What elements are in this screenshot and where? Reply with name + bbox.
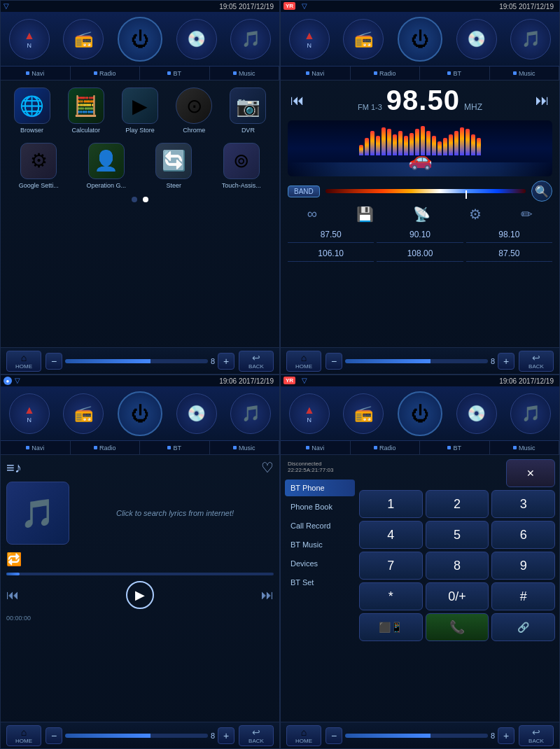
favorite-icon[interactable]: ♡ [261,459,274,476]
progress-bar[interactable] [6,573,274,575]
home-button-tl[interactable]: ⌂ HOME [6,351,41,372]
app-browser[interactable]: 🌐 Browser [8,88,56,134]
radio-btn-tr[interactable]: 📻 [343,19,384,59]
key-6[interactable]: 6 [491,521,555,549]
preset-2[interactable]: 90.10 [377,227,463,243]
music-btn-br[interactable]: 💿 [456,393,497,434]
bt-menu-phone[interactable]: BT Phone [285,479,355,496]
key-4[interactable]: 4 [359,521,423,549]
preset-3[interactable]: 98.10 [466,227,552,243]
power-btn-tr[interactable]: ⏻ [398,17,442,62]
settings-btn[interactable]: ⚙ [469,206,482,223]
power-btn-br[interactable]: ⏻ [398,391,442,436]
volume-minus-tl[interactable]: − [46,353,62,370]
key-9[interactable]: 9 [491,552,555,580]
bt-menu-btset[interactable]: BT Set [285,574,355,591]
navi-btn-br[interactable]: ▲ N [289,393,330,434]
app-touch-assist[interactable]: ⊚ Touch-Assis... [211,143,273,190]
home-button-tr[interactable]: ⌂ HOME [286,351,321,372]
tab-radio-tr[interactable]: Radio [351,66,421,80]
key-2[interactable]: 2 [426,490,489,518]
volume-minus-tr[interactable]: − [326,353,342,370]
app-google-settings[interactable]: ⚙ Google Setti... [8,143,70,190]
app-chrome[interactable]: ⊙ Chrome [170,88,218,134]
power-btn-tl[interactable]: ⏻ [118,17,162,62]
music-btn-tl[interactable]: 💿 [176,19,217,59]
back-button-tr[interactable]: ↩ BACK [519,351,554,372]
tab-navi-tr[interactable]: Navi [281,66,351,80]
app-dvr[interactable]: 📷 DVR [224,88,272,134]
volume-slider-tl[interactable] [65,359,208,363]
back-button-bl[interactable]: ↩ BACK [239,725,274,746]
bt-menu-devices[interactable]: Devices [285,555,355,572]
preset-1[interactable]: 87.50 [288,227,374,243]
key-disconnect[interactable]: 🔗 [491,613,555,641]
media-btn-bl[interactable]: 🎵 [230,393,271,434]
save-btn[interactable]: 💾 [356,206,374,223]
preset-4[interactable]: 106.10 [288,246,374,262]
app-play-store[interactable]: ▶ Play Store [115,88,164,134]
key-5[interactable]: 5 [426,521,489,549]
media-btn-br[interactable]: 🎵 [510,393,551,434]
volume-slider-br[interactable] [345,734,488,738]
key-7[interactable]: 7 [359,552,423,580]
app-calculator[interactable]: 🧮 Calculator [62,88,110,134]
key-0-plus[interactable]: 0/+ [426,582,489,610]
volume-minus-bl[interactable]: − [46,727,62,744]
back-button-br[interactable]: ↩ BACK [519,725,554,746]
key-3[interactable]: 3 [491,490,555,518]
volume-minus-br[interactable]: − [326,727,342,744]
tab-music-tr[interactable]: Music [490,66,560,80]
volume-plus-br[interactable]: + [498,727,514,744]
volume-plus-tl[interactable]: + [218,353,234,370]
prev-track-btn[interactable]: ⏮ [6,588,19,603]
backspace-key[interactable]: ✕ [506,459,556,487]
media-btn-tl[interactable]: 🎵 [230,19,271,59]
next-station-btn[interactable]: ⏭ [533,92,552,108]
tab-navi-tl[interactable]: Navi [1,66,71,80]
repeat-icon[interactable]: 🔁 [6,552,22,567]
key-star[interactable]: * [359,582,423,610]
tab-bt-tr[interactable]: BT [420,66,490,80]
home-button-br[interactable]: ⌂ HOME [286,725,321,746]
loop-btn[interactable]: ∞ [307,206,317,223]
tab-music-bl[interactable]: Music [210,441,280,454]
tab-navi-br[interactable]: Navi [281,441,351,454]
tab-music-tl[interactable]: Music [210,66,280,80]
band-button[interactable]: BAND [288,186,320,197]
app-steer[interactable]: 🔄 Steer [143,143,205,190]
next-track-btn[interactable]: ⏭ [261,588,274,603]
bt-menu-callrecord[interactable]: Call Record [285,517,355,534]
back-button-tl[interactable]: ↩ BACK [239,351,274,372]
play-pause-btn[interactable]: ▶ [126,581,154,609]
navi-btn-bl[interactable]: ▲ N [9,393,50,434]
prev-station-btn[interactable]: ⏮ [288,92,307,108]
preset-6[interactable]: 87.50 [466,246,552,262]
bt-menu-phonebook[interactable]: Phone Book [285,498,355,515]
key-call[interactable]: 📞 [426,613,489,641]
music-btn-tr[interactable]: 💿 [456,19,497,59]
tab-bt-tl[interactable]: BT [140,66,210,80]
navi-btn-tr[interactable]: ▲ N [289,19,330,59]
search-btn[interactable]: 🔍 [531,181,552,202]
app-operation-g[interactable]: 👤 Operation G... [76,143,138,190]
radio-btn-bl[interactable]: 📻 [63,393,104,434]
playlist-icon[interactable]: ≡♪ [6,460,22,476]
tab-radio-bl[interactable]: Radio [71,441,141,454]
key-8[interactable]: 8 [426,552,489,580]
bt-menu-btmusic[interactable]: BT Music [285,536,355,553]
tab-navi-bl[interactable]: Navi [1,441,71,454]
music-btn-bl[interactable]: 💿 [176,393,217,434]
music-lyrics-info[interactable]: Click to search lyrics from internet! [76,509,274,517]
tab-bt-bl[interactable]: BT [140,441,210,454]
volume-slider-tr[interactable] [345,359,488,363]
home-button-bl[interactable]: ⌂ HOME [6,725,41,746]
tab-radio-br[interactable]: Radio [351,441,421,454]
volume-plus-bl[interactable]: + [218,727,234,744]
tab-bt-br[interactable]: BT [420,441,490,454]
radio-btn-br[interactable]: 📻 [343,393,384,434]
radio-btn-tl[interactable]: 📻 [63,19,104,59]
key-1[interactable]: 1 [359,490,423,518]
volume-plus-tr[interactable]: + [498,353,514,370]
key-connect[interactable]: ⬛📱 [359,613,423,641]
